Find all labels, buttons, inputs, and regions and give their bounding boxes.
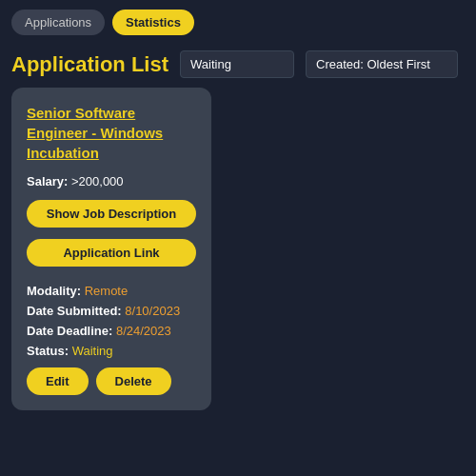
status-value: Waiting [72,344,113,358]
salary-value: >200,000 [71,174,124,188]
job-title[interactable]: Senior Software Engineer - Windows Incub… [27,103,196,163]
filter-input[interactable] [180,50,294,78]
date-deadline-value: 8/24/2023 [116,324,171,338]
edit-button[interactable]: Edit [27,367,89,395]
salary-label: Salary: [27,174,68,188]
job-card: Senior Software Engineer - Windows Incub… [11,88,211,410]
top-navigation: Applications Statistics [0,0,476,45]
edit-delete-row: Edit Delete [27,367,196,395]
date-submitted-row: Date Submitted: 8/10/2023 [27,304,196,318]
modality-row: Modality: Remote [27,284,196,298]
status-row: Status: Waiting [27,344,196,358]
date-deadline-label: Date Deadline: [27,324,112,338]
show-job-description-button[interactable]: Show Job Description [27,200,196,228]
date-submitted-label: Date Submitted: [27,304,122,318]
salary-row: Salary: >200,000 [27,174,196,188]
header-row: Application List [0,45,476,88]
applications-tab[interactable]: Applications [11,10,105,35]
application-link-button[interactable]: Application Link [27,239,196,267]
statistics-tab[interactable]: Statistics [112,10,194,35]
main-content: Senior Software Engineer - Windows Incub… [0,88,476,410]
modality-value: Remote [85,284,129,298]
action-buttons-row: Show Job Description Application Link [27,200,196,274]
date-submitted-value: 8/10/2023 [125,304,180,318]
delete-button[interactable]: Delete [96,367,171,395]
status-label: Status: [27,344,69,358]
date-deadline-row: Date Deadline: 8/24/2023 [27,324,196,338]
modality-label: Modality: [27,284,81,298]
sort-input[interactable] [306,50,458,78]
page-title: Application List [11,52,169,77]
